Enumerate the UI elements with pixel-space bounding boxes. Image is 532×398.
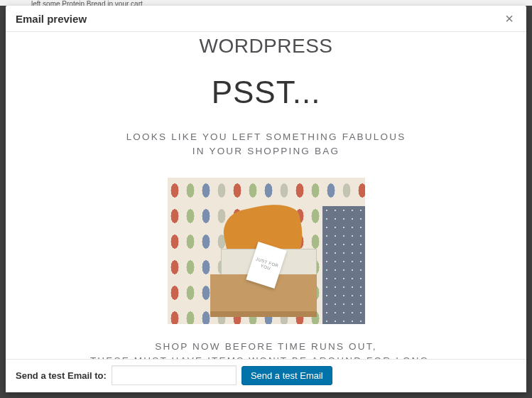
modal-title: Email preview xyxy=(16,13,87,25)
email-subline-1: LOOKS LIKE YOU LEFT SOMETHING FABULOUS xyxy=(70,130,462,144)
email-shopnow-line2: THESE MUST HAVE ITEMS WON'T BE AROUND FO… xyxy=(70,354,462,359)
modal-body-scroll[interactable]: WORDPRESS PSST... LOOKS LIKE YOU LEFT SO… xyxy=(6,32,526,359)
email-headline: PSST... xyxy=(70,75,462,110)
modal-header: Email preview × xyxy=(6,6,526,32)
email-subline-2: IN YOUR SHOPPING BAG xyxy=(70,144,462,158)
email-content: WORDPRESS PSST... LOOKS LIKE YOU LEFT SO… xyxy=(70,35,462,359)
hero-image: JUST FOR YOU xyxy=(168,178,365,324)
email-container: WORDPRESS PSST... LOOKS LIKE YOU LEFT SO… xyxy=(6,32,526,359)
test-email-input[interactable] xyxy=(112,365,237,385)
brand-logo-text: WORDPRESS xyxy=(70,35,462,58)
polka-gift-bag xyxy=(322,206,365,324)
background-page-fragment: left some Protein Bread in your cart xyxy=(0,0,532,6)
test-email-label: Send a test Email to: xyxy=(16,370,107,381)
hero-image-wrap: JUST FOR YOU xyxy=(70,178,462,324)
email-shopnow-line1: SHOP NOW BEFORE TIME RUNS OUT, xyxy=(70,340,462,354)
send-test-email-button[interactable]: Send a test Email xyxy=(241,366,332,385)
email-preview-modal: Email preview × WORDPRESS PSST... LOOKS … xyxy=(6,6,526,392)
modal-footer: Send a test Email to: Send a test Email xyxy=(6,359,526,392)
close-icon[interactable]: × xyxy=(502,11,516,26)
